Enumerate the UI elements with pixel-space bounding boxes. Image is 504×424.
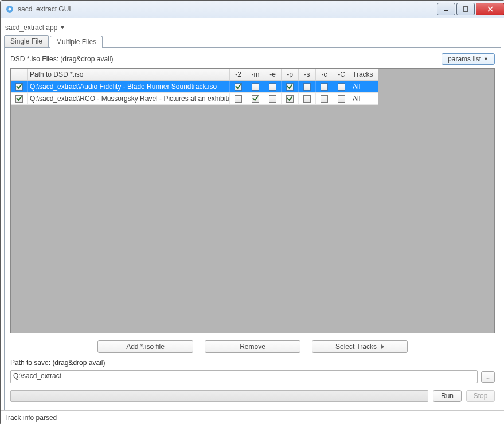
params-list-label: params list <box>448 55 481 63</box>
flag-2-checkbox[interactable] <box>235 95 242 103</box>
row-select-checkbox[interactable] <box>15 95 23 103</box>
chevron-down-icon: ▼ <box>60 25 65 30</box>
row-path: Q:\sacd_extract\Audio Fidelity - Blade R… <box>28 81 230 92</box>
col-m[interactable]: -m <box>247 69 264 80</box>
flag-m-checkbox[interactable] <box>252 95 259 103</box>
col-p[interactable]: -p <box>282 69 299 80</box>
flag-p-checkbox[interactable] <box>286 83 294 91</box>
table-row[interactable]: Q:\sacd_extract\Audio Fidelity - Blade R… <box>11 81 378 93</box>
flag-e-checkbox[interactable] <box>269 83 276 91</box>
flag-c-checkbox[interactable] <box>321 95 328 103</box>
minimize-button[interactable] <box>437 3 455 15</box>
table-row[interactable]: Q:\sacd_extract\RCO - Mussorgsky Ravel -… <box>11 93 378 105</box>
flag-C-checkbox[interactable] <box>338 95 345 103</box>
app-menu[interactable]: sacd_extract app ▼ <box>5 23 65 32</box>
svg-rect-3 <box>463 7 468 11</box>
tab-multiple-files[interactable]: Multiple Files <box>50 36 103 48</box>
row-select-checkbox[interactable] <box>15 83 23 91</box>
path-to-save-input[interactable]: Q:\sacd_extract <box>10 370 478 383</box>
params-list-button[interactable]: params list ▼ <box>442 53 495 65</box>
select-tracks-label: Select Tracks <box>335 343 377 351</box>
dsd-files-label: DSD *.iso Files: (drag&drop avail) <box>10 55 113 63</box>
flag-s-checkbox[interactable] <box>303 83 311 91</box>
col-e[interactable]: -e <box>264 69 282 80</box>
col-2[interactable]: -2 <box>230 69 247 80</box>
select-tracks-button[interactable]: Select Tracks <box>312 340 408 353</box>
flag-m-checkbox[interactable] <box>252 83 259 91</box>
stop-button: Stop <box>466 390 495 402</box>
flag-e-checkbox[interactable] <box>269 95 276 103</box>
row-path: Q:\sacd_extract\RCO - Mussorgsky Ravel -… <box>28 93 230 104</box>
close-button[interactable] <box>476 3 504 15</box>
col-path[interactable]: Path to DSD *.iso <box>28 69 230 80</box>
chevron-down-icon: ▼ <box>483 56 489 62</box>
tab-panel: DSD *.iso Files: (drag&drop avail) param… <box>4 47 501 410</box>
flag-s-checkbox[interactable] <box>303 95 311 103</box>
tab-single-file[interactable]: Single File <box>4 35 49 47</box>
window-title: sacd_extract GUI <box>18 5 71 13</box>
remove-button[interactable]: Remove <box>205 340 300 353</box>
browse-button[interactable]: ... <box>481 371 495 383</box>
flag-p-checkbox[interactable] <box>286 95 294 103</box>
maximize-button[interactable] <box>456 3 475 15</box>
app-menu-label: sacd_extract app <box>5 23 57 32</box>
path-to-save-label: Path to save: (drag&drop avail) <box>10 356 495 367</box>
svg-rect-2 <box>444 10 448 11</box>
flag-2-checkbox[interactable] <box>235 83 242 91</box>
flag-c-checkbox[interactable] <box>321 83 328 91</box>
files-grid[interactable]: Path to DSD *.iso -2 -m -e -p -s -c -C T… <box>10 68 495 333</box>
col-tracks[interactable]: Tracks <box>350 69 378 80</box>
flag-C-checkbox[interactable] <box>338 83 345 91</box>
col-c[interactable]: -c <box>316 69 333 80</box>
status-text: Track info parsed <box>4 414 57 422</box>
col-s[interactable]: -s <box>299 69 316 80</box>
app-icon <box>5 5 14 14</box>
progress-bar <box>10 390 428 402</box>
chevron-right-icon <box>379 343 384 351</box>
add-iso-button[interactable]: Add *.iso file <box>97 340 193 353</box>
col-C[interactable]: -C <box>333 69 350 80</box>
run-button[interactable]: Run <box>433 390 462 402</box>
row-tracks: All <box>350 81 378 92</box>
row-tracks: All <box>350 93 378 104</box>
title-bar: sacd_extract GUI <box>1 1 504 18</box>
svg-point-1 <box>9 8 11 11</box>
status-bar: Track info parsed <box>1 410 504 424</box>
